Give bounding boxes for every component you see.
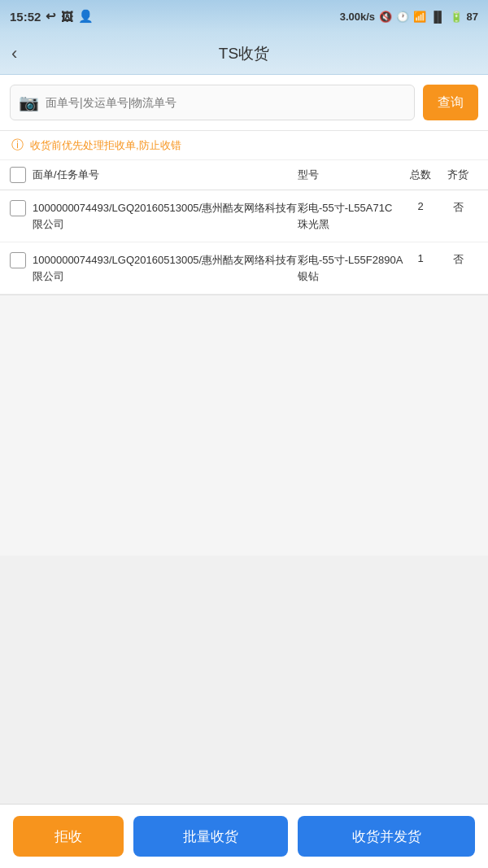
mute-icon: 🔇 — [379, 11, 392, 23]
back-button[interactable]: ‹ — [11, 43, 17, 64]
battery-icon: 🔋 — [450, 11, 463, 23]
signal-icon: ▐▌ — [430, 11, 445, 23]
header-status: 齐货 — [438, 168, 478, 182]
search-input-wrap: 📷 — [10, 85, 415, 120]
receive-and-ship-button[interactable]: 收货并发货 — [298, 816, 475, 857]
row-status-0: 否 — [438, 200, 478, 215]
table-header-row: 面单/任务单号 型号 总数 齐货 — [0, 160, 488, 190]
wifi-icon: 📶 — [413, 11, 426, 23]
table-row[interactable]: 1000000074493/LGQ20160513005/惠州酷友网络科技有限公… — [0, 242, 488, 294]
camera-icon[interactable]: 📷 — [19, 93, 39, 112]
batch-receive-button[interactable]: 批量收货 — [133, 816, 288, 857]
clock-icon: 🕐 — [396, 11, 409, 23]
search-area: 📷 查询 — [0, 75, 488, 131]
notice-text: 收货前优先处理拒收单,防止收错 — [30, 138, 181, 153]
reject-button[interactable]: 拒收 — [13, 816, 124, 857]
header: ‹ TS收货 — [0, 33, 488, 75]
status-bar: 15:52 ↩ 🖼 👤 3.00k/s 🔇 🕐 📶 ▐▌ 🔋 87 — [0, 0, 488, 33]
status-right: 3.00k/s 🔇 🕐 📶 ▐▌ 🔋 87 — [340, 11, 478, 23]
row-checkbox-1[interactable] — [10, 252, 33, 268]
back-icon: ↩ — [46, 9, 56, 24]
table-container: 面单/任务单号 型号 总数 齐货 1000000074493/LGQ201605… — [0, 160, 488, 295]
header-count: 总数 — [403, 168, 438, 182]
row-status-1: 否 — [438, 252, 478, 267]
battery-level: 87 — [467, 11, 478, 23]
status-left: 15:52 ↩ 🖼 👤 — [10, 9, 94, 24]
page-title: TS收货 — [219, 43, 269, 64]
bottom-bar: 拒收 批量收货 收货并发货 — [0, 804, 488, 868]
row-order-0: 1000000074493/LGQ20160513005/惠州酷友网络科技有限公… — [33, 200, 298, 232]
table-row[interactable]: 1000000074493/LGQ20160513005/惠州酷友网络科技有限公… — [0, 190, 488, 242]
person-icon: 👤 — [78, 9, 94, 24]
network-speed: 3.00k/s — [340, 11, 375, 23]
header-model: 型号 — [298, 168, 403, 182]
row-model-1: 彩电-55寸-L55F2890A 银钻 — [298, 252, 403, 284]
gallery-icon: 🖼 — [61, 10, 73, 24]
row-model-0: 彩电-55寸-L55A71C 珠光黑 — [298, 200, 403, 232]
status-time: 15:52 — [10, 10, 41, 24]
row-count-1: 1 — [403, 252, 438, 264]
notice-bar: ⓘ 收货前优先处理拒收单,防止收错 — [0, 131, 488, 160]
header-order: 面单/任务单号 — [33, 168, 298, 182]
search-button[interactable]: 查询 — [423, 85, 478, 120]
empty-area — [0, 295, 488, 556]
row-checkbox-0[interactable] — [10, 200, 33, 216]
page: 15:52 ↩ 🖼 👤 3.00k/s 🔇 🕐 📶 ▐▌ 🔋 87 ‹ TS收货… — [0, 0, 488, 868]
row-order-1: 1000000074493/LGQ20160513005/惠州酷友网络科技有限公… — [33, 252, 298, 284]
search-input[interactable] — [46, 96, 406, 109]
row-count-0: 2 — [403, 200, 438, 212]
notice-icon: ⓘ — [11, 137, 24, 153]
content-area: 📷 查询 ⓘ 收货前优先处理拒收单,防止收错 面单/任务单号 型号 — [0, 75, 488, 868]
select-all-checkbox[interactable] — [10, 167, 26, 183]
